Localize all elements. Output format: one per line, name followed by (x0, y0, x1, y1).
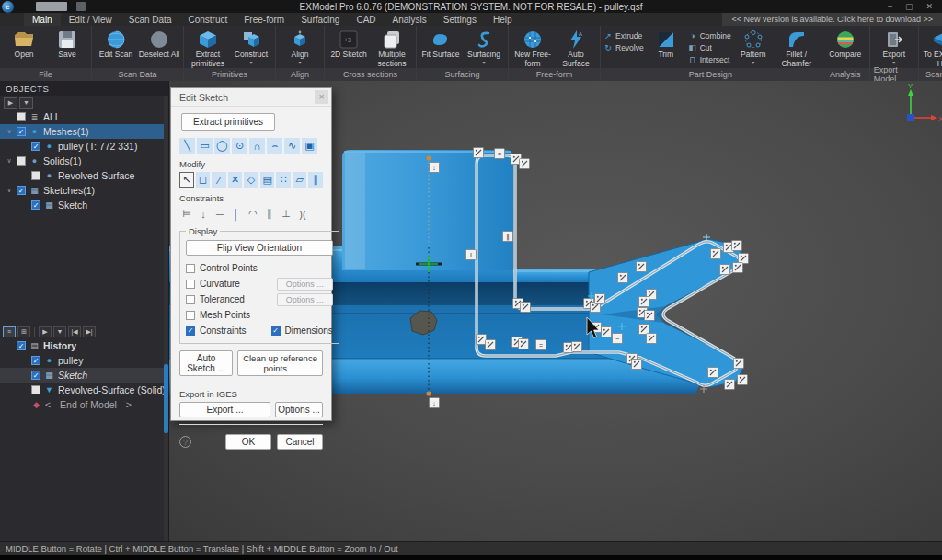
slot-tool-icon[interactable]: ▣ (302, 138, 317, 154)
update-notice-link[interactable]: << New version is available. Click here … (722, 13, 942, 26)
arc-tool-icon[interactable]: ∩ (249, 138, 265, 154)
rectangle-tool-icon[interactable]: ▭ (197, 138, 213, 154)
checkbox-control-points[interactable] (186, 264, 195, 273)
visibility-checkbox[interactable]: ✓ (17, 127, 26, 136)
ribbon-item-surfacing[interactable]: Surfacing▾ (463, 28, 505, 65)
menu-item-analysis[interactable]: Analysis (385, 13, 435, 26)
constraint-badge[interactable] (725, 380, 735, 390)
history-filter-icon[interactable]: ▼ (53, 326, 66, 337)
dialog-titlebar[interactable]: Edit Sketch ✕ (171, 88, 331, 107)
objects-item-sketch[interactable]: ✓▦Sketch (0, 198, 168, 212)
ribbon-item-fit-surface[interactable]: Fit Surface (419, 28, 462, 60)
constraint-badge[interactable] (602, 327, 612, 337)
constraint-badge[interactable] (639, 325, 649, 335)
horizontal-tool-icon[interactable]: ─ (213, 206, 227, 222)
checkbox-constraints[interactable]: ✓ (186, 326, 195, 336)
visibility-checkbox[interactable]: ✓ (31, 200, 40, 210)
ribbon-item-extrude[interactable]: ↗Extrude (603, 30, 644, 41)
extend-tool-icon[interactable]: ∕ (212, 172, 226, 188)
visibility-checkbox[interactable]: ✓ (31, 356, 40, 365)
constraint-badge[interactable] (739, 254, 749, 264)
visibility-checkbox[interactable]: ✓ (17, 341, 26, 350)
perpendicular-tool-icon[interactable]: ⊥ (279, 206, 293, 222)
ribbon-item-extract-primitives[interactable]: Extract primitives (187, 28, 229, 68)
options-button[interactable]: Options ... (277, 293, 333, 306)
constraint-badge[interactable] (632, 360, 642, 370)
line-tool-icon[interactable]: ╲ (179, 138, 195, 154)
constraint-badge[interactable] (637, 262, 647, 272)
auto-sketch-button[interactable]: Auto Sketch ... (179, 350, 233, 376)
panel-scrollbar-thumb[interactable] (164, 364, 168, 433)
cancel-button[interactable]: Cancel (277, 434, 323, 450)
constraint-badge[interactable]: ∥ (503, 232, 513, 242)
ribbon-item-edit-scan[interactable]: Edit Scan (95, 28, 137, 60)
constraint-badge[interactable]: I (466, 250, 477, 260)
constraint-badge[interactable]: ↓ (430, 398, 440, 408)
polyline-tool-icon[interactable]: ∿ (284, 138, 300, 154)
cleanup-reference-points-button[interactable]: Clean up reference points ... (237, 350, 323, 376)
fillet-corner-tool-icon[interactable]: ◇ (244, 172, 258, 188)
constraint-badge[interactable] (734, 359, 744, 369)
objects-item-pulley-t-772-331[interactable]: ✓●pulley (T: 772 331) (0, 139, 168, 154)
ribbon-item-export[interactable]: Export▾ (873, 28, 915, 65)
ribbon-item-save[interactable]: Save (46, 28, 88, 60)
constraint-badge[interactable] (708, 368, 718, 378)
checkbox-toleranced[interactable] (186, 295, 195, 304)
ok-button[interactable]: OK (225, 434, 271, 450)
circle-tool-icon[interactable]: ◯ (214, 138, 230, 154)
vertical-tool-icon[interactable]: │ (229, 206, 244, 222)
constraint-badge[interactable] (733, 263, 743, 273)
coincident-tool-icon[interactable]: ⊨ (179, 206, 194, 222)
help-icon[interactable]: ? (179, 436, 191, 448)
symmetric-tool-icon[interactable]: )( (295, 206, 310, 222)
arc-3point-tool-icon[interactable]: ⌢ (267, 138, 282, 154)
constraint-badge[interactable] (519, 339, 529, 349)
anchor-tool-icon[interactable]: ↓ (196, 206, 211, 222)
constraint-badge[interactable] (738, 375, 748, 385)
constraint-badge[interactable] (618, 273, 628, 283)
constraint-badge[interactable] (595, 294, 605, 304)
visibility-checkbox[interactable]: ✓ (31, 371, 40, 380)
objects-item-solids-1[interactable]: ∨●Solids(1) (0, 154, 168, 168)
ribbon-item-open[interactable]: Open (3, 28, 45, 60)
constraint-badge[interactable] (711, 249, 721, 259)
delete-tool-icon[interactable]: ✕ (228, 172, 243, 188)
menu-item-edit-view[interactable]: Edit / View (61, 13, 121, 26)
constraint-badge[interactable]: − (613, 334, 623, 344)
convert-tool-icon[interactable]: ◻ (196, 172, 211, 188)
menu-item-cad[interactable]: CAD (348, 13, 384, 26)
ribbon-item-pattern[interactable]: Pattern▾ (732, 28, 775, 65)
constraint-badge[interactable] (520, 159, 530, 169)
ribbon-item-multiple-sections[interactable]: Multiple sections (371, 28, 413, 68)
ribbon-item-compare[interactable]: Compare (824, 28, 867, 60)
history-item-sketch[interactable]: ✓▦Sketch (0, 368, 168, 383)
constraint-badge[interactable]: ↓ (430, 163, 440, 173)
export-options-button[interactable]: Options ... (275, 402, 323, 417)
panel-scrollbar[interactable] (164, 96, 168, 541)
tangent-tool-icon[interactable]: ◠ (246, 206, 260, 222)
menu-item-scan-data[interactable]: Scan Data (121, 13, 180, 26)
history-skip-end-icon[interactable]: ▶| (83, 326, 96, 337)
ribbon-item-intersect[interactable]: ⊓Intersect (688, 54, 731, 65)
options-button[interactable]: Options ... (277, 278, 333, 291)
mirror-tool-icon[interactable]: ▤ (260, 172, 275, 188)
visibility-checkbox[interactable] (17, 156, 26, 166)
menu-item-settings[interactable]: Settings (435, 13, 485, 26)
maximize-button[interactable]: ▢ (905, 2, 913, 11)
ribbon-item-combine[interactable]: ◑Combine (688, 30, 731, 41)
constraint-badge[interactable] (474, 148, 484, 158)
menu-item-help[interactable]: Help (485, 13, 521, 26)
pulley-hub[interactable] (342, 150, 513, 270)
expander-icon[interactable]: ∨ (6, 157, 13, 165)
ribbon-item-auto-surface[interactable]: AAuto Surface (555, 28, 597, 68)
visibility-checkbox[interactable] (31, 385, 40, 394)
constraint-badge[interactable] (572, 342, 582, 352)
array-tool-icon[interactable]: ∷ (276, 172, 291, 188)
ribbon-item-deselect-all[interactable]: Deselect All (138, 28, 180, 60)
viewport-3d[interactable]: =↓∥I=−↓ Y X Edit Sketch ✕ (169, 81, 942, 541)
ribbon-item-revolve[interactable]: ↻Revolve (603, 42, 644, 53)
ribbon-item-cut[interactable]: ◧Cut (688, 42, 731, 53)
objects-item-meshes-1[interactable]: ∨✓●Meshes(1) (0, 124, 168, 139)
ribbon-item-align[interactable]: Align▾ (279, 28, 321, 65)
quick-access-button-2[interactable] (76, 2, 86, 11)
